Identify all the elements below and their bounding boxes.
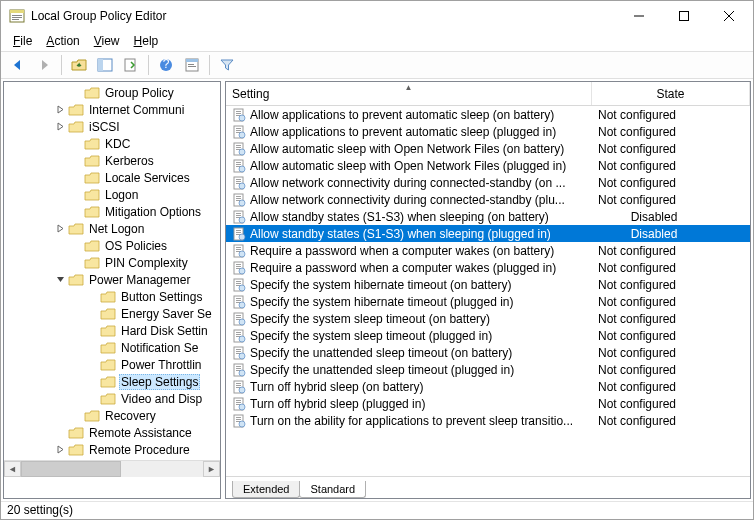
tree-item[interactable]: Notification Se	[4, 339, 220, 356]
svg-point-29	[239, 149, 245, 155]
tab-standard[interactable]: Standard	[299, 481, 366, 498]
svg-rect-7	[98, 59, 103, 71]
collapsed-icon[interactable]	[52, 224, 68, 233]
svg-point-44	[239, 200, 245, 206]
window-title: Local Group Policy Editor	[31, 9, 616, 23]
tree-item[interactable]: OS Policies	[4, 237, 220, 254]
setting-state: Not configured	[592, 329, 750, 343]
scroll-left-button[interactable]: ◄	[4, 461, 21, 477]
export-list-button[interactable]	[120, 54, 142, 76]
up-folder-button[interactable]	[68, 54, 90, 76]
back-button[interactable]	[7, 54, 29, 76]
setting-name: Specify the unattended sleep timeout (pl…	[246, 363, 592, 377]
tree-item[interactable]: Remote Assistance	[4, 424, 220, 441]
policy-icon	[226, 397, 246, 411]
svg-rect-76	[236, 315, 241, 316]
tree-item[interactable]: Sleep Settings	[4, 373, 220, 390]
svg-point-54	[239, 234, 245, 240]
tree-item[interactable]: Video and Disp	[4, 390, 220, 407]
tree-item[interactable]: Group Policy	[4, 84, 220, 101]
setting-row[interactable]: Specify the system hibernate timeout (pl…	[226, 293, 750, 310]
menu-view[interactable]: View	[88, 32, 126, 50]
setting-row[interactable]: Turn off hybrid sleep (on battery)Not co…	[226, 378, 750, 395]
tree-item[interactable]: Button Settings	[4, 288, 220, 305]
svg-rect-56	[236, 247, 241, 248]
forward-button[interactable]	[33, 54, 55, 76]
setting-row[interactable]: Turn on the ability for applications to …	[226, 412, 750, 429]
setting-row[interactable]: Allow standby states (S1-S3) when sleepi…	[226, 225, 750, 242]
tree-item[interactable]: Internet Communi	[4, 101, 220, 118]
svg-rect-37	[236, 181, 241, 182]
folder-icon	[68, 273, 84, 287]
tree-item[interactable]: Net Logon	[4, 220, 220, 237]
setting-row[interactable]: Turn off hybrid sleep (plugged in)Not co…	[226, 395, 750, 412]
tree-item[interactable]: Recovery	[4, 407, 220, 424]
tree-item-label: Notification Se	[119, 341, 200, 355]
tree-item[interactable]: Kerberos	[4, 152, 220, 169]
folder-icon	[84, 239, 100, 253]
menu-file[interactable]: File	[7, 32, 38, 50]
policy-icon	[226, 312, 246, 326]
client-area: Group PolicyInternet CommuniiSCSIKDCKerb…	[1, 79, 753, 501]
setting-row[interactable]: Require a password when a computer wakes…	[226, 259, 750, 276]
setting-row[interactable]: Specify the system sleep timeout (plugge…	[226, 327, 750, 344]
tree-item[interactable]: Locale Services	[4, 169, 220, 186]
expanded-icon[interactable]	[52, 275, 68, 284]
scroll-right-button[interactable]: ►	[203, 461, 220, 477]
properties-button[interactable]	[181, 54, 203, 76]
setting-name: Allow applications to prevent automatic …	[246, 108, 592, 122]
tree-item-label: KDC	[103, 137, 132, 151]
menu-action[interactable]: Action	[40, 32, 85, 50]
tree-item[interactable]: Remote Procedure	[4, 441, 220, 458]
policy-icon	[226, 278, 246, 292]
tree-item-label: Kerberos	[103, 154, 156, 168]
tree-item[interactable]: PIN Complexity	[4, 254, 220, 271]
collapsed-icon[interactable]	[52, 445, 68, 454]
policy-icon	[226, 125, 246, 139]
setting-row[interactable]: Specify the unattended sleep timeout (pl…	[226, 361, 750, 378]
setting-row[interactable]: Specify the unattended sleep timeout (on…	[226, 344, 750, 361]
column-header-setting[interactable]: Setting ▲	[226, 82, 592, 105]
scroll-track[interactable]	[21, 461, 203, 477]
show-hide-tree-button[interactable]	[94, 54, 116, 76]
filter-button[interactable]	[216, 54, 238, 76]
tree-hscrollbar[interactable]: ◄ ►	[4, 460, 220, 477]
policy-icon	[226, 227, 246, 241]
tree-item[interactable]: Mitigation Options	[4, 203, 220, 220]
setting-row[interactable]: Allow applications to prevent automatic …	[226, 123, 750, 140]
tree-pane[interactable]: Group PolicyInternet CommuniiSCSIKDCKerb…	[3, 81, 221, 499]
tab-extended[interactable]: Extended	[232, 481, 300, 498]
list-body[interactable]: Allow applications to prevent automatic …	[226, 106, 750, 476]
setting-row[interactable]: Allow standby states (S1-S3) when sleepi…	[226, 208, 750, 225]
svg-rect-27	[236, 147, 241, 148]
close-button[interactable]	[706, 2, 751, 31]
maximize-button[interactable]	[661, 2, 706, 31]
svg-rect-47	[236, 215, 241, 216]
setting-row[interactable]: Allow network connectivity during connec…	[226, 174, 750, 191]
tree-item[interactable]: Energy Saver Se	[4, 305, 220, 322]
setting-row[interactable]: Specify the system hibernate timeout (on…	[226, 276, 750, 293]
help-button[interactable]: ?	[155, 54, 177, 76]
setting-state: Not configured	[592, 176, 750, 190]
menu-help[interactable]: Help	[128, 32, 165, 50]
setting-row[interactable]: Require a password when a computer wakes…	[226, 242, 750, 259]
svg-rect-42	[236, 198, 241, 199]
collapsed-icon[interactable]	[52, 105, 68, 114]
tree-item[interactable]: Logon	[4, 186, 220, 203]
tree-item[interactable]: Power Throttlin	[4, 356, 220, 373]
collapsed-icon[interactable]	[52, 122, 68, 131]
tree-item[interactable]: iSCSI	[4, 118, 220, 135]
svg-point-104	[239, 404, 245, 410]
minimize-button[interactable]	[616, 2, 661, 31]
setting-row[interactable]: Allow automatic sleep with Open Network …	[226, 140, 750, 157]
setting-row[interactable]: Specify the system sleep timeout (on bat…	[226, 310, 750, 327]
tree-item[interactable]: Hard Disk Settin	[4, 322, 220, 339]
column-header-state[interactable]: State	[592, 82, 750, 105]
setting-row[interactable]: Allow network connectivity during connec…	[226, 191, 750, 208]
tree-item[interactable]: KDC	[4, 135, 220, 152]
setting-row[interactable]: Allow applications to prevent automatic …	[226, 106, 750, 123]
scroll-thumb[interactable]	[21, 461, 121, 477]
svg-point-74	[239, 302, 245, 308]
setting-row[interactable]: Allow automatic sleep with Open Network …	[226, 157, 750, 174]
tree-item[interactable]: Power Managemer	[4, 271, 220, 288]
